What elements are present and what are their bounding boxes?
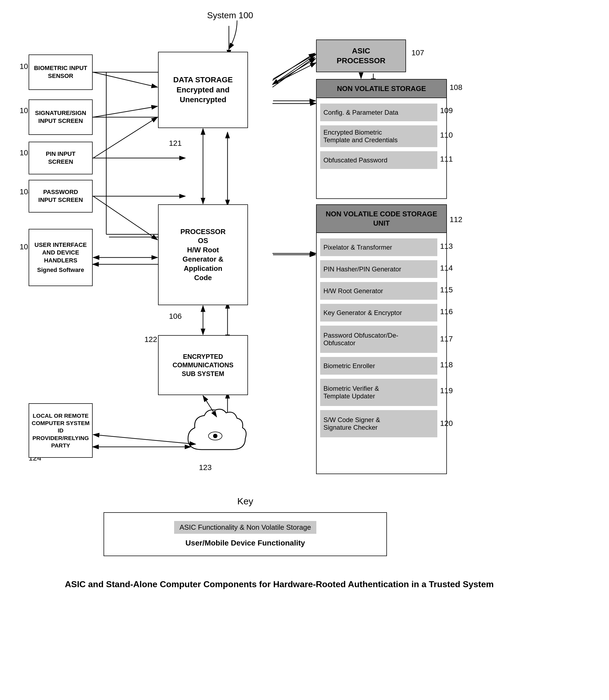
ui-device-box: USER INTERFACE AND DEVICE HANDLERS Signe… [29,229,93,286]
key-title: Key [136,496,354,507]
key-gen-item: Key Generator & Encryptor [320,304,437,321]
svg-point-25 [213,434,218,438]
ref-108: 108 [450,83,463,92]
encrypted-comm-box: ENCRYPTED COMMUNICATIONS SUB SYSTEM [158,335,248,395]
ref-111: 111 [440,155,453,163]
data-storage-box: DATA STORAGE Encrypted and Unencrypted [158,52,248,128]
key-box: ASIC Functionality & Non Volatile Storag… [104,512,387,556]
ref-112: 112 [450,215,463,224]
asic-processor-box: ASIC PROCESSOR [316,39,406,72]
svg-line-23 [273,57,315,87]
svg-line-12 [273,63,316,85]
svg-line-37 [273,58,315,85]
nvc-storage-header: NON VOLATILE CODE STORAGE UNIT [316,204,447,233]
ref-115: 115 [440,285,453,294]
ref-114: 114 [440,264,453,273]
signature-box: SIGNATURE/SIGN INPUT SCREEN [29,100,93,135]
bottom-title: ASIC and Stand-Alone Computer Components… [54,578,504,591]
ref-120: 120 [440,419,453,428]
ref-116: 116 [440,308,453,316]
ref-123: 123 [199,463,212,472]
obfuscated-password-item: Obfuscated Password [320,151,437,169]
svg-line-22 [273,53,315,81]
diagram: System 100 101 BIOMETRIC INPUT SENSOR 10… [0,0,609,700]
svg-line-30 [93,106,157,117]
svg-line-36 [273,54,315,79]
biometric-enroller-item: Biometric Enroller [320,357,437,375]
ref-121: 121 [169,139,182,148]
ref-110: 110 [440,131,453,140]
ref-117: 117 [440,335,453,343]
ref-119: 119 [440,386,453,395]
connections-svg [0,0,609,599]
encrypted-biometric-item: Encrypted Biometric Template and Credent… [320,125,437,147]
sw-code-signer-item: S/W Code Signer & Signature Checker [320,410,437,437]
password-input-box: PASSWORD INPUT SCREEN [29,180,93,212]
pin-input-box: PIN INPUT SCREEN [29,142,93,174]
svg-line-31 [93,117,157,158]
svg-line-21 [273,54,316,85]
pixelator-item: Pixelator & Transformer [320,239,437,256]
biometric-input-box: BIOMETRIC INPUT SENSOR [29,54,93,90]
key-item-1: ASIC Functionality & Non Volatile Storag… [115,521,376,534]
key-item-2: User/Mobile Device Functionality [115,539,376,547]
system100-label: System 100 [207,10,253,20]
hw-root-item: H/W Root Generator [320,282,437,300]
ref-109: 109 [440,106,453,115]
cloud-shape [180,406,251,460]
svg-line-32 [93,196,157,240]
password-obfuscator-item: Password Obfuscator/De- Obfuscator [320,326,437,353]
svg-line-29 [93,72,157,87]
config-param-item: Config. & Parameter Data [320,104,437,121]
biometric-verifier-item: Biometric Verifier & Template Updater [320,379,437,406]
local-remote-box: LOCAL OR REMOTE COMPUTER SYSTEM ID PROVI… [29,403,93,458]
processor-os-box: PROCESSOR OS H/W Root Generator & Applic… [158,204,248,305]
ref-118: 118 [440,361,453,369]
ref-107: 107 [412,49,424,57]
ref-122: 122 [144,335,157,344]
ref-113: 113 [440,242,453,251]
pin-hasher-item: PIN Hasher/PIN Generator [320,260,437,278]
ref-106: 106 [169,312,182,321]
nv-storage-header: NON VOLATILE STORAGE [316,79,447,98]
